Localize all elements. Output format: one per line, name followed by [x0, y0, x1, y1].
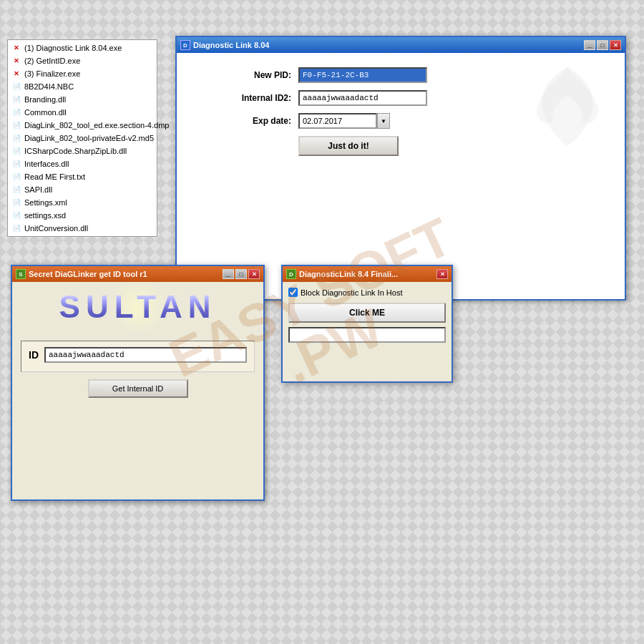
diaglink-title: Diagnostic Link 8.04	[193, 41, 269, 49]
file-name: Common.dll	[24, 108, 67, 117]
sultan-banner: SULTAN	[12, 282, 263, 332]
file-name: UnitConversion.dll	[24, 224, 88, 233]
just-do-it-button[interactable]: Just do it!	[298, 136, 399, 156]
window-controls: _ □ ✕	[584, 40, 621, 50]
maximize-button[interactable]: □	[235, 269, 247, 279]
list-item[interactable]: 📄 UnitConversion.dll	[9, 222, 155, 235]
close-button[interactable]: ✕	[610, 40, 621, 50]
secret-title: Secret DiaGLinker get ID tool r1	[29, 270, 147, 278]
list-item[interactable]: 📄 ICSharpCode.SharpZipLib.dll	[9, 145, 155, 157]
secret-id-section: ID Get Internal ID	[12, 332, 263, 412]
file-name: (2) GetIntID.exe	[24, 57, 80, 65]
exe-icon: ✕	[11, 55, 22, 67]
file-name: 8B2D4I4.NBC	[24, 82, 74, 91]
file-icon: 📄	[11, 132, 22, 144]
id-row: ID	[29, 347, 247, 363]
file-name: Read ME First.txt	[24, 172, 85, 181]
maximize-button[interactable]: □	[597, 40, 608, 50]
list-item[interactable]: 📄 SAPI.dll	[9, 183, 155, 196]
finalizer-titlebar[interactable]: D DiagnosticLink 8.4 Finali... ✕	[283, 266, 452, 282]
list-item[interactable]: 📄 Branding.dll	[9, 93, 155, 106]
get-internal-id-button[interactable]: Get Internal ID	[88, 379, 188, 398]
file-name: (3) Finalizer.exe	[24, 69, 80, 78]
secret-body: SULTAN ID Get Internal ID	[12, 282, 263, 499]
file-icon: 📄	[11, 184, 22, 195]
exe-icon: ✕	[11, 68, 22, 79]
diaglink-titlebar[interactable]: D Diagnostic Link 8.04 _ □ ✕	[177, 37, 625, 53]
file-icon: 📄	[11, 81, 22, 92]
file-icon: 📄	[11, 210, 22, 221]
app-icon: D	[286, 269, 296, 279]
id-input[interactable]	[44, 347, 247, 363]
list-item[interactable]: 📄 Interfaces.dll	[9, 157, 155, 170]
diaglink-window: D Diagnostic Link 8.04 _ □ ✕ New PID: In…	[175, 36, 626, 301]
block-diagnostic-checkbox[interactable]	[288, 288, 298, 297]
new-pid-label: New PID:	[198, 70, 291, 80]
file-name: ICSharpCode.SharpZipLib.dll	[24, 147, 127, 155]
list-item[interactable]: ✕ (2) GetIntID.exe	[9, 54, 155, 67]
file-name: Branding.dll	[24, 95, 66, 104]
minimize-button[interactable]: _	[223, 269, 234, 279]
list-item[interactable]: 📄 settings.xsd	[9, 209, 155, 222]
list-item[interactable]: 📄 Settings.xml	[9, 196, 155, 209]
diaglink-body: New PID: Internal ID2: Exp date: ▼ Just …	[177, 53, 625, 299]
file-icon: 📄	[11, 107, 22, 118]
app-icon: D	[180, 40, 190, 50]
file-list: ✕ (1) Diagnostic Link 8.04.exe ✕ (2) Get…	[7, 39, 157, 237]
file-icon: 📄	[11, 94, 22, 105]
titlebar-left: D Diagnostic Link 8.04	[180, 40, 269, 50]
finalizer-title: DiagnosticLink 8.4 Finali...	[299, 270, 398, 278]
id-container: ID	[21, 341, 255, 372]
sultan-text: SULTAN	[59, 289, 217, 325]
checkbox-row: Block Diagnostic Link In Host	[288, 288, 446, 297]
file-icon: 📄	[11, 171, 22, 182]
list-item[interactable]: 📄 8B2D4I4.NBC	[9, 80, 155, 93]
file-name: Interfaces.dll	[24, 160, 69, 168]
decorative-graphic	[532, 60, 603, 153]
dropdown-arrow-button[interactable]: ▼	[377, 113, 390, 129]
list-item[interactable]: ✕ (1) Diagnostic Link 8.04.exe	[9, 42, 155, 54]
checkbox-label: Block Diagnostic Link In Host	[301, 288, 402, 297]
secret-titlebar[interactable]: S Secret DiaGLinker get ID tool r1 _ □ ✕	[12, 266, 263, 282]
exp-date-label: Exp date:	[198, 116, 291, 126]
get-id-btn-container: Get Internal ID	[21, 379, 255, 398]
list-item[interactable]: 📄 Read ME First.txt	[9, 170, 155, 183]
window-controls: _ □ ✕	[223, 269, 260, 279]
file-name: settings.xsd	[24, 211, 66, 220]
exp-date-input[interactable]	[298, 113, 377, 129]
file-icon: 📄	[11, 223, 22, 234]
file-icon: 📄	[11, 197, 22, 208]
secret-diaglinker-window: S Secret DiaGLinker get ID tool r1 _ □ ✕…	[11, 265, 265, 501]
new-pid-input[interactable]	[298, 67, 427, 83]
titlebar-left: S Secret DiaGLinker get ID tool r1	[16, 269, 147, 279]
finalizer-body: Block Diagnostic Link In Host Click ME	[283, 282, 452, 348]
empty-field[interactable]	[288, 327, 446, 343]
click-me-button[interactable]: Click ME	[288, 303, 446, 323]
list-item[interactable]: ✕ (3) Finalizer.exe	[9, 67, 155, 80]
titlebar-left: D DiagnosticLink 8.4 Finali...	[286, 269, 398, 279]
window-controls: ✕	[436, 269, 448, 279]
internal-id2-label: Internal ID2:	[198, 93, 291, 103]
file-icon: 📄	[11, 119, 22, 131]
close-button[interactable]: ✕	[436, 269, 448, 279]
exp-date-combo: ▼	[298, 113, 390, 129]
list-item[interactable]: 📄 DiagLink_802_tool_ed.exe.section-4.dmp	[9, 119, 155, 132]
close-button[interactable]: ✕	[248, 269, 260, 279]
minimize-button[interactable]: _	[584, 40, 595, 50]
file-icon: 📄	[11, 158, 22, 170]
internal-id2-input[interactable]	[298, 90, 427, 106]
finalizer-window: D DiagnosticLink 8.4 Finali... ✕ Block D…	[281, 265, 453, 383]
file-name: DiagLink_802_tool_ed.exe.section-4.dmp	[24, 121, 169, 130]
exe-icon: ✕	[11, 42, 22, 54]
list-item[interactable]: 📄 Common.dll	[9, 106, 155, 119]
list-item[interactable]: 📄 DiagLink_802_tool-privateEd-v2.md5	[9, 132, 155, 145]
file-icon: 📄	[11, 145, 22, 157]
file-name: SAPI.dll	[24, 185, 52, 194]
file-name: (1) Diagnostic Link 8.04.exe	[24, 44, 122, 52]
file-name: Settings.xml	[24, 198, 67, 207]
app-icon: S	[16, 269, 26, 279]
file-name: DiagLink_802_tool-privateEd-v2.md5	[24, 134, 154, 142]
id-label: ID	[29, 349, 39, 361]
